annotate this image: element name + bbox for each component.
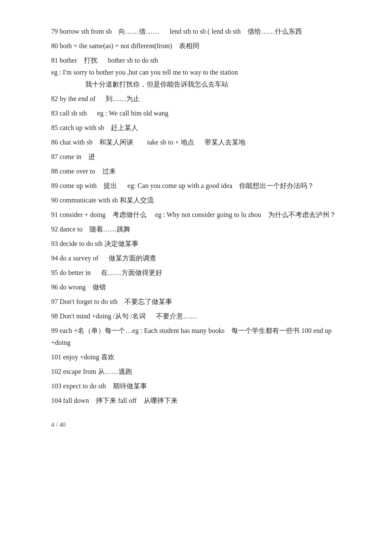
entry-102: 102 escape from 从……逃跑 [51,366,349,378]
entry-80: 80 both = the same(as) = not different(f… [51,40,349,52]
entry-92: 92 dance to 随着……跳舞 [51,223,349,235]
page-number: 4 / 40 [51,419,349,431]
entry-101-text: 101 enjoy +doing 喜欢 [51,351,349,363]
entry-89: 89 come up with 提出 eg: Can you come up w… [51,180,349,192]
entry-83-text: 83 call sb sth eg : We call him old wang [51,107,349,119]
entry-81-line1: 81 bother 打扰 bother sb to do sth [51,55,349,66]
entry-98: 98 Don't mind +doing /从句 /名词 不要介意…… [51,310,349,322]
entry-86-text: 86 chat with sb 和某人闲谈 take sb to + 地点 带某… [51,136,349,148]
entry-81-line2: eg : I'm sorry to bother you ,but can yo… [51,66,349,78]
entry-93: 93 decide to do sth 决定做某事 [51,238,349,250]
entry-90-text: 90 communicate with sb 和某人交流 [51,194,349,206]
entry-98-text: 98 Don't mind +doing /从句 /名词 不要介意…… [51,310,349,322]
entry-95-text: 95 do better in 在……方面做得更好 [51,267,349,279]
entry-79-text: 79 borrow sth from sb 向……借…… lend sth to… [51,26,349,38]
entry-85: 85 catch up with sb 赶上某人 [51,122,349,134]
entry-103-text: 103 expect to do sth 期待做某事 [51,380,349,392]
entry-92-text: 92 dance to 随着……跳舞 [51,223,349,235]
entry-91: 91 consider + doing 考虑做什么 eg : Why not c… [51,209,349,221]
entry-82: 82 by the end of 到……为止 [51,93,349,105]
entry-91-text: 91 consider + doing 考虑做什么 eg : Why not c… [51,209,349,221]
entry-88-text: 88 come over to 过来 [51,165,349,177]
entry-89-text: 89 come up with 提出 eg: Can you come up w… [51,180,349,192]
entry-102-text: 102 escape from 从……逃跑 [51,366,349,378]
entry-96: 96 do wrong 做错 [51,281,349,293]
entry-95: 95 do better in 在……方面做得更好 [51,267,349,279]
entry-82-text: 82 by the end of 到……为止 [51,93,349,105]
entry-99: 99 each +名（单）每一个…eg : Each student has m… [51,325,349,349]
entry-94-text: 94 do a survey of 做某方面的调查 [51,252,349,264]
entry-104: 104 fall down 摔下来 fall off 从哪摔下来 [51,395,349,407]
entry-96-text: 96 do wrong 做错 [51,281,349,293]
entry-85-text: 85 catch up with sb 赶上某人 [51,122,349,134]
entry-101: 101 enjoy +doing 喜欢 [51,351,349,363]
entry-94: 94 do a survey of 做某方面的调查 [51,252,349,264]
entry-79: 79 borrow sth from sb 向……借…… lend sth to… [51,26,349,38]
entry-88: 88 come over to 过来 [51,165,349,177]
entry-87-text: 87 come in 进 [51,151,349,163]
entry-93-text: 93 decide to do sth 决定做某事 [51,238,349,250]
entry-87: 87 come in 进 [51,151,349,163]
entry-104-text: 104 fall down 摔下来 fall off 从哪摔下来 [51,395,349,407]
entry-86: 86 chat with sb 和某人闲谈 take sb to + 地点 带某… [51,136,349,148]
entry-83: 83 call sb sth eg : We call him old wang [51,107,349,119]
entry-99-text: 99 each +名（单）每一个…eg : Each student has m… [51,325,349,349]
entry-80-text: 80 both = the same(as) = not different(f… [51,40,349,52]
entry-81: 81 bother 打扰 bother sb to do sth eg : I'… [51,55,349,90]
entry-90: 90 communicate with sb 和某人交流 [51,194,349,206]
entry-97: 97 Don't forget to do sth 不要忘了做某事 [51,296,349,308]
entry-103: 103 expect to do sth 期待做某事 [51,380,349,392]
entry-97-text: 97 Don't forget to do sth 不要忘了做某事 [51,296,349,308]
main-content: 79 borrow sth from sb 向……借…… lend sth to… [51,26,349,431]
entry-81-line3: 我十分道歉打扰你，但是你能告诉我怎么去车站 [51,78,349,90]
